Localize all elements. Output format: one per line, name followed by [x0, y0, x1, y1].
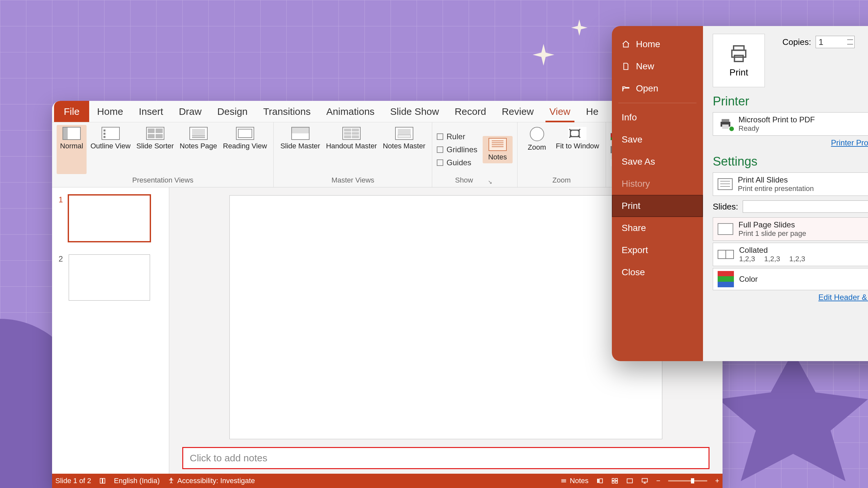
thumb-row-1[interactable]: 1 [59, 195, 162, 241]
thumbnail-pane[interactable]: 1 2 [52, 187, 169, 474]
status-sorter-view[interactable] [611, 477, 618, 484]
notes-master-button[interactable]: Notes Master [381, 125, 427, 174]
nav-history: History [612, 173, 703, 195]
edit-header-footer-link[interactable]: Edit Header & Footer [818, 293, 868, 302]
sorter-view-icon [611, 477, 618, 484]
layout-dropdown[interactable]: Full Page Slides Print 1 slide per page … [713, 217, 868, 241]
nav-save-as[interactable]: Save As [612, 151, 703, 173]
zoom-slider[interactable] [668, 480, 707, 482]
label: Print [622, 201, 641, 211]
label: Home [636, 39, 660, 50]
nav-export[interactable]: Export [612, 239, 703, 261]
notes-input[interactable]: Click to add notes [182, 447, 710, 469]
slides-input[interactable] [743, 200, 868, 213]
tab-review[interactable]: Review [494, 101, 541, 122]
tab-transitions[interactable]: Transitions [255, 101, 319, 122]
tab-file[interactable]: File [54, 101, 89, 122]
magnifier-icon [530, 127, 544, 141]
slide-surface[interactable] [229, 195, 662, 439]
svg-rect-3 [599, 479, 602, 483]
nav-open[interactable]: Open [612, 77, 703, 100]
svg-rect-0 [570, 130, 579, 137]
label: Notes Page [180, 142, 217, 150]
home-icon [622, 40, 630, 48]
label: Share [622, 223, 646, 233]
slide-thumbnail-2[interactable] [69, 254, 150, 301]
group-label: Show [455, 174, 473, 187]
status-language[interactable]: English (India) [114, 477, 160, 485]
label: Full Page Slides [739, 220, 806, 229]
thumb-row-2[interactable]: 2 [59, 254, 162, 301]
dialog-launcher-icon[interactable]: ↘ [486, 179, 494, 187]
printer-device-icon [718, 118, 733, 130]
status-slide-count[interactable]: Slide 1 of 2 [55, 477, 91, 485]
slideshow-icon [641, 477, 648, 484]
nav-info[interactable]: Info [612, 106, 703, 129]
fit-to-window-button[interactable]: Fit to Window [554, 125, 601, 174]
nav-home[interactable]: Home [612, 33, 703, 55]
tab-record[interactable]: Record [447, 101, 494, 122]
status-spellcheck[interactable] [99, 477, 106, 484]
status-notes-toggle[interactable]: Notes [560, 477, 588, 485]
gridlines-checkbox[interactable]: Gridlines [437, 144, 477, 156]
svg-rect-2 [597, 479, 599, 483]
status-bar: Slide 1 of 2 English (India) Accessibili… [52, 474, 722, 488]
nav-share[interactable]: Share [612, 217, 703, 239]
print-button[interactable]: Print [713, 34, 765, 87]
outline-view-icon [101, 127, 120, 140]
tab-design[interactable]: Design [209, 101, 255, 122]
handout-master-icon [342, 127, 361, 140]
view-sorter-button[interactable]: Slide Sorter [134, 125, 176, 174]
nav-print[interactable]: Print [612, 195, 703, 217]
slide-thumbnail-1[interactable] [69, 195, 150, 241]
view-notespage-button[interactable]: Notes Page [178, 125, 219, 174]
zoom-in-button[interactable]: + [715, 477, 719, 485]
group-label: Zoom [552, 174, 570, 187]
nav-save[interactable]: Save [612, 129, 703, 151]
fit-window-icon [568, 127, 587, 140]
sparkle-icon [569, 20, 589, 39]
view-reading-button[interactable]: Reading View [221, 125, 269, 174]
view-normal-button[interactable]: Normal [57, 125, 87, 174]
sublabel: Print entire presentation [738, 185, 814, 193]
tab-home[interactable]: Home [89, 101, 131, 122]
reading-view-icon [236, 127, 254, 140]
print-range-dropdown[interactable]: Print All Slides Print entire presentati… [713, 172, 868, 196]
notes-icon [489, 138, 507, 151]
label: Info [622, 112, 637, 123]
status-reading-view[interactable] [626, 477, 633, 484]
collate-dropdown[interactable]: Collated 1,2,3 1,2,3 1,2,3 [713, 243, 868, 266]
copies-label: Copies: [782, 37, 811, 47]
zoom-thumb[interactable] [691, 478, 694, 483]
tab-insert[interactable]: Insert [131, 101, 171, 122]
tab-animations[interactable]: Animations [318, 101, 382, 122]
notes-master-icon [395, 127, 413, 140]
color-dropdown[interactable]: Color [713, 268, 868, 290]
slide-master-button[interactable]: Slide Master [278, 125, 322, 174]
view-outline-button[interactable]: Outline View [89, 125, 132, 174]
tab-draw[interactable]: Draw [171, 101, 209, 122]
ruler-checkbox[interactable]: Ruler [437, 131, 477, 142]
handout-master-button[interactable]: Handout Master [324, 125, 379, 174]
copies-value: 1 [818, 37, 823, 47]
tab-view[interactable]: View [541, 101, 578, 122]
status-normal-view[interactable] [596, 477, 603, 484]
nav-new[interactable]: New [612, 55, 703, 77]
tab-slideshow[interactable]: Slide Show [382, 101, 447, 122]
label: Fit to Window [556, 142, 599, 150]
status-accessibility[interactable]: Accessibility: Investigate [167, 477, 255, 485]
printer-dropdown[interactable]: Microsoft Print to PDF Ready [713, 112, 868, 136]
zoom-out-button[interactable]: − [656, 477, 660, 485]
notes-toggle-button[interactable]: Notes [483, 136, 513, 163]
svg-point-1 [170, 478, 172, 480]
label: Accessibility: Investigate [177, 477, 255, 485]
zoom-button[interactable]: Zoom [522, 125, 552, 174]
printer-properties-link[interactable]: Printer Properties [831, 138, 868, 148]
tab-help-truncated[interactable]: He [578, 101, 606, 122]
copies-spinner[interactable]: 1 [815, 36, 855, 48]
checkbox-icon [437, 159, 443, 166]
nav-close[interactable]: Close [612, 261, 703, 283]
guides-checkbox[interactable]: Guides [437, 157, 477, 168]
checkbox-icon [437, 147, 443, 153]
status-slideshow-view[interactable] [641, 477, 648, 484]
